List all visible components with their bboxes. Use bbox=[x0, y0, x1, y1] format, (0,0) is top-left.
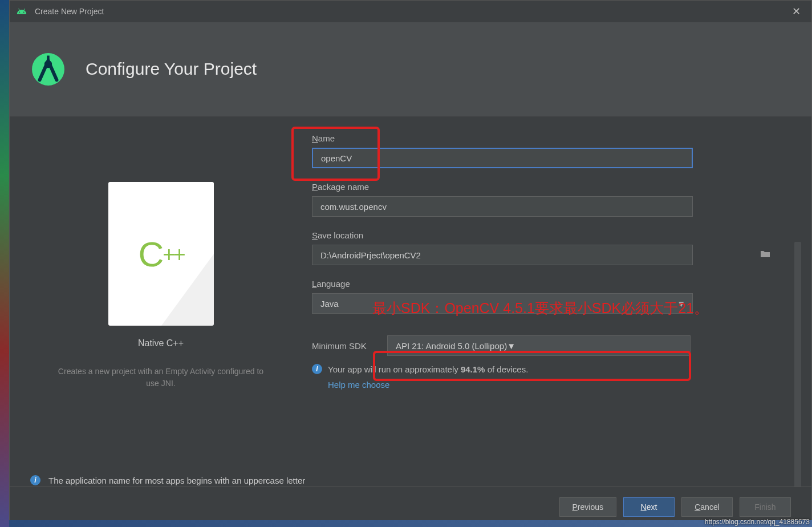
titlebar: Create New Project ✕ bbox=[10, 1, 811, 22]
page-title: Configure Your Project bbox=[86, 59, 257, 79]
language-label: Language bbox=[312, 279, 777, 289]
name-input[interactable] bbox=[312, 148, 693, 168]
close-button[interactable]: ✕ bbox=[787, 5, 805, 18]
template-preview-card: C++ bbox=[108, 182, 214, 326]
cancel-button[interactable]: Cancel bbox=[681, 497, 733, 517]
content-area: C++ Native C++ Creates a new project wit… bbox=[10, 116, 811, 487]
titlebar-title: Create New Project bbox=[35, 7, 787, 16]
info-icon: i bbox=[312, 364, 322, 374]
help-me-choose-link[interactable]: Help me choose bbox=[328, 380, 777, 390]
minsdk-value: API 21: Android 5.0 (Lollipop) bbox=[396, 341, 507, 351]
minsdk-select[interactable]: API 21: Android 5.0 (Lollipop) ▼ bbox=[387, 335, 691, 356]
create-project-dialog: Create New Project ✕ Configure Your Proj… bbox=[9, 0, 812, 527]
svg-rect-2 bbox=[47, 55, 50, 60]
validation-warning: i The application name for most apps beg… bbox=[30, 475, 305, 485]
name-label: Name bbox=[312, 133, 777, 143]
scrollbar[interactable] bbox=[794, 242, 801, 487]
language-group: Language Java ▼ bbox=[312, 279, 777, 314]
template-description: Creates a new project with an Empty Acti… bbox=[52, 366, 269, 390]
browse-folder-icon[interactable] bbox=[760, 250, 770, 260]
language-select[interactable]: Java ▼ bbox=[312, 293, 693, 314]
chevron-down-icon: ▼ bbox=[507, 341, 515, 351]
desktop-left-strip bbox=[0, 0, 9, 527]
minsdk-label: Minimum SDK bbox=[312, 341, 380, 351]
language-value: Java bbox=[320, 299, 339, 309]
android-studio-logo bbox=[27, 48, 70, 91]
watermark: https://blog.csdn.net/qq_41885673 bbox=[705, 518, 810, 526]
package-label: Package name bbox=[312, 182, 777, 192]
desktop-taskbar-strip bbox=[9, 520, 812, 527]
warning-text: The application name for most apps begin… bbox=[48, 476, 305, 485]
template-preview-panel: C++ Native C++ Creates a new project wit… bbox=[10, 133, 312, 487]
info-icon: i bbox=[30, 475, 40, 485]
location-label: Save location bbox=[312, 230, 777, 240]
preview-fold bbox=[161, 254, 214, 326]
android-icon bbox=[17, 6, 27, 17]
next-button[interactable]: Next bbox=[623, 497, 675, 517]
finish-button: Finish bbox=[740, 497, 791, 517]
package-input[interactable] bbox=[312, 196, 693, 217]
svg-point-1 bbox=[44, 60, 52, 68]
template-name: Native C++ bbox=[138, 338, 184, 348]
previous-button[interactable]: Previous bbox=[559, 497, 616, 517]
chevron-down-icon: ▼ bbox=[677, 299, 685, 309]
device-coverage-hint: i Your app will run on approximately 94.… bbox=[312, 364, 777, 374]
minsdk-group: Minimum SDK API 21: Android 5.0 (Lollipo… bbox=[312, 335, 777, 390]
location-group: Save location bbox=[312, 230, 777, 265]
package-group: Package name bbox=[312, 182, 777, 217]
location-input[interactable] bbox=[312, 245, 693, 265]
name-group: Name bbox=[312, 133, 777, 168]
form-panel: Name Package name Save location Language bbox=[312, 133, 811, 487]
header-section: Configure Your Project bbox=[10, 22, 811, 116]
